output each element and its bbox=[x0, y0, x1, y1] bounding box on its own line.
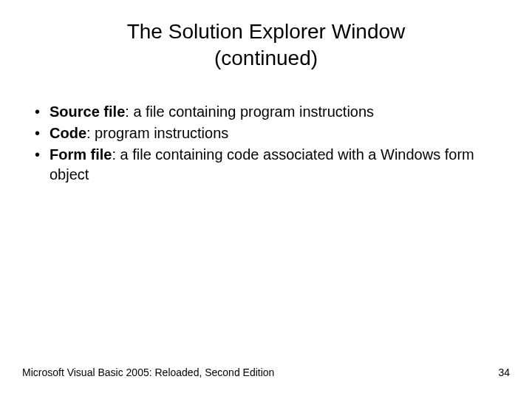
footer-text: Microsoft Visual Basic 2005: Reloaded, S… bbox=[22, 366, 274, 378]
footer: Microsoft Visual Basic 2005: Reloaded, S… bbox=[22, 366, 510, 378]
list-item: Source file: a file containing program i… bbox=[33, 102, 510, 122]
definition: : program instructions bbox=[86, 125, 228, 141]
list-item: Code: program instructions bbox=[33, 123, 510, 143]
definition: : a file containing code associated with… bbox=[50, 146, 474, 183]
title-line-2: (continued) bbox=[214, 47, 318, 69]
slide-container: The Solution Explorer Window (continued)… bbox=[0, 0, 532, 399]
content-area: Source file: a file containing program i… bbox=[22, 102, 510, 185]
definition: : a file containing program instructions bbox=[125, 103, 374, 120]
term: Form file bbox=[50, 146, 112, 163]
list-item: Form file: a file containing code associ… bbox=[33, 145, 510, 185]
slide-title: The Solution Explorer Window (continued) bbox=[22, 18, 510, 72]
term: Source file bbox=[50, 103, 125, 120]
page-number: 34 bbox=[498, 366, 510, 378]
title-line-1: The Solution Explorer Window bbox=[127, 20, 406, 43]
bullet-list: Source file: a file containing program i… bbox=[33, 102, 510, 185]
term: Code bbox=[50, 125, 86, 141]
